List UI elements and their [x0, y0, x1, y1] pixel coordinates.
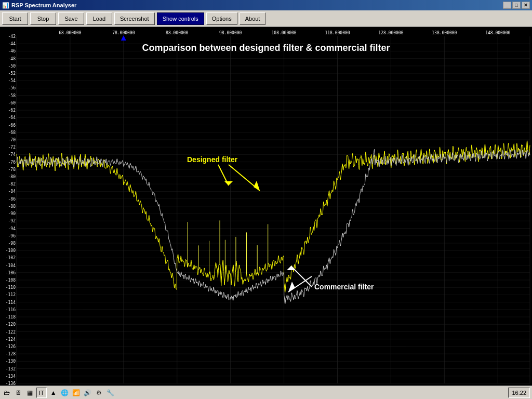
title-bar-controls[interactable]: _ □ ✕ [503, 2, 530, 9]
arrow-up-icon: ▲ [49, 388, 58, 397]
stop-button[interactable]: Stop [30, 12, 56, 25]
folder-icon[interactable]: 🗁 [2, 388, 11, 397]
about-button[interactable]: About [240, 12, 266, 25]
show-controls-button[interactable]: Show controls [157, 12, 204, 25]
language-display: IT [36, 388, 47, 398]
status-icon-1: 📶 [72, 388, 81, 397]
svg-marker-1 [224, 181, 233, 185]
title-bar-left: 📊 RSP Spectrum Analyser [2, 2, 76, 9]
close-button[interactable]: ✕ [522, 2, 530, 9]
options-button[interactable]: Options [206, 12, 237, 25]
load-button[interactable]: Load [86, 12, 112, 25]
commercial-filter-annotation: Commercial filter [286, 261, 379, 302]
svg-marker-3 [287, 266, 295, 270]
save-button[interactable]: Save [58, 12, 84, 25]
maximize-button[interactable]: □ [512, 2, 521, 9]
grid-icon: ▦ [25, 388, 34, 397]
spectrum-area: Comparison between designed filter & com… [0, 27, 532, 385]
commercial-filter-text: Commercial filter [314, 283, 374, 291]
time-display: 16:22 [508, 388, 530, 398]
start-button[interactable]: Start [2, 12, 28, 25]
toolbar: StartStopSaveLoadScreenshotShow controls… [0, 10, 532, 27]
status-icon-2: ⚙ [95, 388, 104, 397]
speaker-icon: 🔊 [83, 388, 92, 397]
chart-title: Comparison between designed filter & com… [0, 43, 532, 54]
designed-filter-text: Designed filter [187, 155, 238, 164]
title-bar: 📊 RSP Spectrum Analyser _ □ ✕ [0, 0, 532, 10]
statusbar: 🗁 🖥 ▦ IT ▲ 🌐 📶 🔊 ⚙ 🔧 16:22 [0, 385, 532, 399]
app-title: RSP Spectrum Analyser [11, 2, 76, 8]
screenshot-button[interactable]: Screenshot [114, 12, 155, 25]
status-icon-3: 🔧 [106, 388, 115, 397]
network-icon: 🌐 [60, 388, 70, 397]
app-icon: 📊 [2, 2, 9, 9]
spectrum-canvas [0, 27, 532, 385]
monitor-icon: 🖥 [14, 388, 23, 397]
designed-filter-annotation: Designed filter [187, 154, 249, 196]
minimize-button[interactable]: _ [503, 2, 511, 9]
